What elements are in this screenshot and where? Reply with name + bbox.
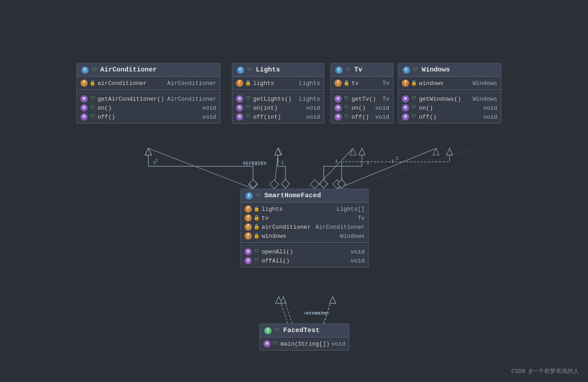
field-row: f 🔒 airConditioner AirConditioner: [77, 79, 220, 88]
class-airconditioner: C 🛡 AirConditioner f 🔒 airConditioner Ai…: [76, 63, 220, 124]
method-icon-shield: 🛡: [89, 105, 96, 111]
field-name: airConditioner: [98, 80, 165, 87]
method-row: m 🛡 getTv() Tv: [331, 94, 393, 103]
method-name: off(): [419, 114, 481, 120]
field-icon-f: f: [245, 205, 252, 213]
method-row: m 🛡 off(int) void: [232, 112, 324, 121]
class-icon-c: C: [237, 67, 244, 74]
method-icon-shield: 🛡: [245, 105, 251, 111]
field-icon-f: f: [334, 80, 342, 87]
method-type: void: [351, 249, 365, 255]
class-tv-header: C 🛡 Tv: [331, 63, 393, 77]
class-lights-title: Lights: [256, 66, 280, 74]
method-name: getAirConditioner(): [98, 96, 165, 102]
class-tv-methods: m 🛡 getTv() Tv m 🛡 on() void m 🛡 off() v…: [331, 93, 393, 123]
field-type: Lights[]: [337, 206, 365, 213]
class-icon-shield: 🛡: [345, 67, 352, 73]
method-row: m 🛡 off() void: [77, 112, 220, 121]
method-row: m 🛡 off() void: [331, 112, 393, 121]
svg-marker-13: [433, 148, 439, 155]
class-airconditioner-fields: f 🔒 airConditioner AirConditioner: [77, 77, 220, 90]
method-row: m 🛡 on(int) void: [232, 103, 324, 112]
field-icon-f: f: [402, 80, 409, 87]
method-name: main(String[]): [281, 341, 330, 347]
method-row: m 🛡 getLights() Lights: [232, 94, 324, 103]
method-type: void: [306, 114, 320, 120]
method-row: m 🛡 offAll() void: [241, 256, 368, 265]
class-smarthomefaced-title: SmartHomeFaced: [264, 192, 321, 200]
field-icon-f: f: [236, 80, 243, 87]
field-icon-f: f: [245, 232, 252, 240]
field-icon-lock: 🔒: [343, 80, 350, 86]
method-name: getLights(): [253, 96, 297, 102]
class-lights-header: C 🛡 Lights: [232, 63, 324, 77]
class-icon-shield: 🛡: [274, 328, 281, 334]
svg-marker-1: [145, 148, 151, 155]
field-icon-lock: 🔒: [254, 233, 260, 239]
method-type: void: [483, 114, 497, 120]
method-icon-m: m: [402, 95, 409, 102]
class-windows: C 🛡 Windows f 🔒 windows Windows m 🛡 getW…: [398, 63, 501, 124]
method-icon-m: m: [80, 113, 88, 120]
field-type: AirConditioner: [167, 80, 216, 87]
class-lights-methods: m 🛡 getLights() Lights m 🛡 on(int) void …: [232, 93, 324, 123]
method-type: Windows: [472, 96, 497, 102]
svg-marker-2: [249, 180, 258, 189]
method-icon-shield: 🛡: [89, 96, 96, 102]
method-icon-shield: 🛡: [254, 258, 260, 264]
svg-text:1: 1: [155, 158, 158, 163]
field-icon-f: f: [245, 223, 252, 231]
class-windows-header: C 🛡 Windows: [398, 63, 501, 77]
method-icon-m: m: [402, 113, 409, 120]
class-smarthomefaced: C 🛡 SmartHomeFaced f 🔒 lights Lights[] f…: [241, 189, 369, 267]
method-icon-m: m: [245, 257, 252, 264]
method-icon-m: m: [334, 95, 342, 102]
svg-line-18: [342, 148, 477, 189]
field-row: f 🔒 lights Lights[]: [241, 204, 368, 213]
method-icon-shield: 🛡: [245, 96, 251, 102]
svg-text:1: 1: [391, 159, 394, 164]
svg-line-12: [337, 148, 436, 189]
method-icon-m: m: [334, 113, 342, 120]
method-name: on(): [419, 105, 481, 111]
svg-text:1: 1: [276, 158, 280, 163]
field-icon-lock: 🔒: [89, 80, 96, 86]
method-icon-m: m: [80, 104, 88, 111]
field-name: windows: [419, 80, 471, 87]
field-type: Windows: [340, 233, 365, 240]
field-type: AirConditioner: [316, 224, 365, 231]
method-icon-shield: 🛡: [89, 114, 96, 120]
field-type: Tv: [382, 80, 389, 87]
method-icon-m: m: [334, 104, 342, 111]
field-row: f 🔒 lights Lights: [232, 79, 324, 88]
field-row: f 🔒 tv Tv: [241, 213, 368, 222]
class-lights-fields: f 🔒 lights Lights: [232, 77, 324, 90]
class-airconditioner-title: AirConditioner: [100, 66, 157, 74]
method-icon-m: m: [236, 104, 243, 111]
method-row: m 🛡 off() void: [398, 112, 501, 121]
method-name: offAll(): [262, 258, 349, 264]
svg-text:1: 1: [335, 159, 338, 164]
method-row: m 🛡 on() void: [77, 103, 220, 112]
method-name: on(): [352, 105, 374, 111]
method-type: void: [483, 105, 497, 111]
svg-line-8: [315, 148, 353, 189]
field-type: Tv: [357, 215, 365, 222]
method-icon-m: m: [80, 95, 88, 102]
field-name: lights: [262, 206, 335, 213]
method-row: m 🛡 on() void: [398, 103, 501, 112]
method-icon-m: m: [236, 113, 243, 120]
method-row: m 🛡 on() void: [331, 103, 393, 112]
field-name: windows: [262, 233, 338, 240]
method-icon-shield: 🛡: [343, 96, 350, 102]
class-airconditioner-methods: m 🛡 getAirConditioner() AirConditioner m…: [77, 93, 220, 123]
method-row: m 🛡 getWindows() Windows: [398, 94, 501, 103]
svg-line-4: [274, 148, 279, 189]
method-icon-shield: 🛡: [272, 341, 279, 347]
field-icon-f: f: [80, 80, 88, 87]
method-type: void: [306, 105, 320, 111]
field-icon-lock: 🔒: [411, 80, 417, 86]
method-type: void: [331, 341, 345, 347]
field-name: airConditioner: [262, 224, 314, 231]
method-icon-shield: 🛡: [343, 105, 350, 111]
